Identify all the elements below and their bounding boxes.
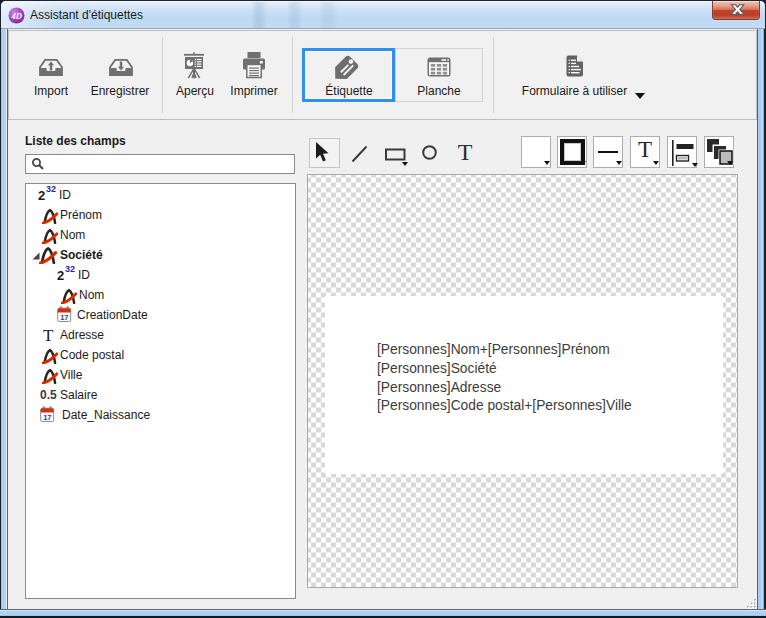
svg-text:17: 17 xyxy=(60,313,68,322)
svg-text:17: 17 xyxy=(43,413,51,422)
svg-text:4D: 4D xyxy=(10,11,21,21)
